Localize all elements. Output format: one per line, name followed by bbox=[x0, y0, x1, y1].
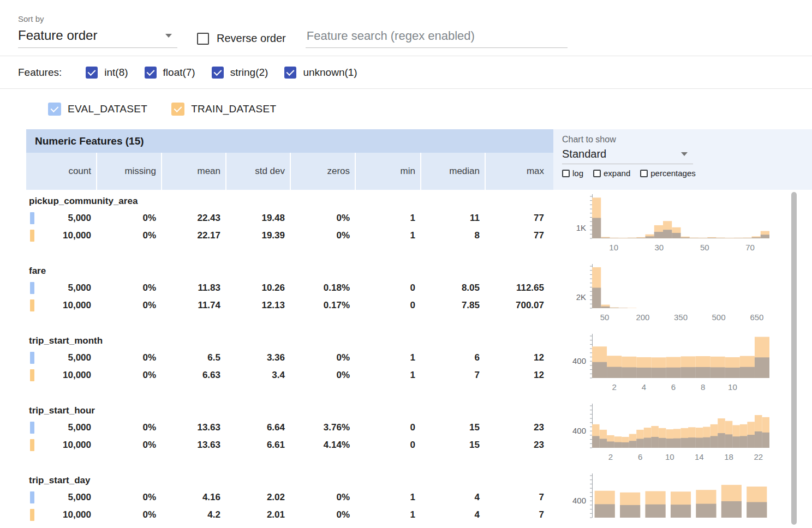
stat-text: 5,000 bbox=[68, 213, 91, 224]
reverse-order-checkbox[interactable]: Reverse order bbox=[197, 32, 286, 45]
stat-text: 5,000 bbox=[68, 492, 91, 503]
feature-type-filter[interactable]: float(7) bbox=[145, 67, 195, 79]
chart-type-select[interactable]: Standard bbox=[562, 148, 693, 164]
stat-text: 15 bbox=[469, 422, 480, 433]
svg-text:650: 650 bbox=[750, 313, 763, 322]
histogram-fare: 2K50200350500650 bbox=[553, 262, 793, 326]
column-header-count: count bbox=[26, 153, 96, 190]
svg-text:8: 8 bbox=[701, 382, 705, 392]
checkbox-checked-icon bbox=[145, 67, 157, 79]
stat-text: 0% bbox=[142, 422, 156, 433]
stat-value: 0% bbox=[96, 227, 161, 244]
stat-text: 2.01 bbox=[267, 509, 285, 520]
dataset-marker-train bbox=[30, 369, 34, 381]
numeric-features-table: Numeric Features (15) countmissingmeanst… bbox=[26, 129, 812, 528]
stat-value: 10,000 bbox=[26, 367, 96, 384]
stat-text: 0% bbox=[336, 492, 350, 503]
histogram-pickup_community_area: 1K10305070 bbox=[553, 192, 793, 256]
dataset-marker-eval bbox=[30, 491, 34, 503]
filter-label: string(2) bbox=[230, 67, 268, 79]
dataset-marker-train bbox=[30, 299, 34, 311]
stat-value: 22.17 bbox=[161, 227, 225, 244]
stat-text: 6.63 bbox=[202, 370, 220, 381]
dataset-checkbox-eval[interactable]: EVAL_DATASET bbox=[48, 103, 147, 116]
stat-value: 0% bbox=[290, 367, 355, 384]
stat-value: 11 bbox=[420, 209, 485, 227]
sort-by-select[interactable]: Feature order bbox=[18, 28, 177, 48]
stat-value: 0% bbox=[96, 506, 161, 524]
stat-value: 0% bbox=[96, 297, 161, 314]
stat-text: 1 bbox=[410, 370, 415, 381]
feature-stats: pickup_community_area5,0000%22.4319.480%… bbox=[26, 190, 553, 260]
chart-option-toggles: logexpandpercentages bbox=[562, 169, 812, 178]
stat-value: 7.85 bbox=[420, 297, 485, 314]
stat-value: 3.76% bbox=[290, 419, 355, 436]
table-header: Numeric Features (15) countmissingmeanst… bbox=[26, 129, 812, 190]
chart-toggle-expand[interactable]: expand bbox=[593, 169, 630, 178]
stat-text: 15 bbox=[469, 440, 480, 451]
stat-text: 0% bbox=[142, 509, 156, 520]
stat-value: 0% bbox=[96, 279, 161, 297]
stat-text: 4.16 bbox=[202, 492, 220, 503]
stat-value: 6.5 bbox=[161, 349, 225, 367]
chart-toggle-percentages[interactable]: percentages bbox=[640, 169, 696, 178]
stat-value: 23 bbox=[485, 419, 549, 436]
stat-value: 0% bbox=[290, 506, 355, 524]
feature-search-input[interactable] bbox=[306, 27, 568, 48]
stat-text: 23 bbox=[534, 440, 544, 451]
stat-value: 22.43 bbox=[161, 209, 225, 227]
dataset-label: EVAL_DATASET bbox=[68, 103, 147, 115]
stats-row-train: 10,0000%4.22.010%147 bbox=[26, 506, 553, 524]
stat-text: 4.14% bbox=[324, 440, 350, 451]
stat-text: 10,000 bbox=[63, 509, 91, 520]
feature-type-filter[interactable]: unknown(1) bbox=[284, 67, 357, 79]
column-header-missing: missing bbox=[96, 153, 161, 190]
stat-value: 11.83 bbox=[161, 279, 225, 297]
feature-type-filter[interactable]: int(8) bbox=[86, 67, 128, 79]
stat-value: 700.07 bbox=[485, 297, 549, 314]
stat-value: 4.14% bbox=[290, 436, 355, 454]
column-header-mean: mean bbox=[161, 153, 225, 190]
stat-value: 12 bbox=[485, 349, 549, 367]
stat-text: 8.05 bbox=[462, 283, 480, 293]
stat-value: 0% bbox=[96, 367, 161, 384]
checkbox-checked-icon bbox=[171, 103, 184, 116]
stat-text: 6 bbox=[475, 352, 480, 363]
svg-text:400: 400 bbox=[572, 496, 586, 505]
feature-name: pickup_community_area bbox=[26, 193, 553, 209]
stat-text: 700.07 bbox=[516, 300, 544, 311]
feature-name: trip_start_day bbox=[26, 472, 553, 489]
stat-value: 13.63 bbox=[161, 436, 225, 454]
stat-text: 7.85 bbox=[462, 300, 480, 311]
stat-value: 0% bbox=[290, 209, 355, 227]
stat-text: 10,000 bbox=[63, 440, 91, 451]
feature-type-filter[interactable]: string(2) bbox=[212, 67, 268, 79]
dataset-legend-row: EVAL_DATASETTRAIN_DATASET bbox=[0, 89, 812, 129]
svg-text:70: 70 bbox=[745, 243, 755, 252]
stat-value: 0 bbox=[355, 436, 420, 454]
column-header-std-dev: std dev bbox=[225, 153, 290, 190]
stat-value: 6.63 bbox=[161, 367, 225, 384]
svg-text:400: 400 bbox=[572, 356, 586, 365]
stat-text: 0% bbox=[142, 440, 156, 451]
stat-value: 8 bbox=[420, 227, 485, 244]
checkbox-unchecked-icon bbox=[593, 170, 601, 177]
feature-stats: trip_start_hour5,0000%13.636.643.76%0152… bbox=[26, 399, 553, 469]
stat-text: 11.83 bbox=[198, 283, 220, 293]
feature-block: trip_start_hour5,0000%13.636.643.76%0152… bbox=[26, 399, 812, 469]
stat-text: 0% bbox=[142, 283, 156, 293]
vertical-scrollbar[interactable] bbox=[791, 192, 797, 525]
stat-text: 12 bbox=[534, 370, 544, 381]
feature-name: trip_start_hour bbox=[26, 403, 553, 419]
svg-text:18: 18 bbox=[724, 452, 733, 461]
dataset-checkbox-train[interactable]: TRAIN_DATASET bbox=[171, 103, 276, 116]
stat-value: 1 bbox=[355, 489, 420, 506]
chart-toggle-log[interactable]: log bbox=[562, 169, 583, 178]
stat-text: 0.18% bbox=[324, 283, 350, 293]
stat-value: 2.02 bbox=[225, 489, 290, 506]
stat-value: 6.64 bbox=[225, 419, 290, 436]
feature-histogram: 400246810 bbox=[553, 329, 812, 399]
stat-text: 5,000 bbox=[68, 283, 91, 293]
stat-text: 0 bbox=[410, 300, 415, 311]
stats-row-eval: 5,0000%22.4319.480%11177 bbox=[26, 209, 553, 227]
